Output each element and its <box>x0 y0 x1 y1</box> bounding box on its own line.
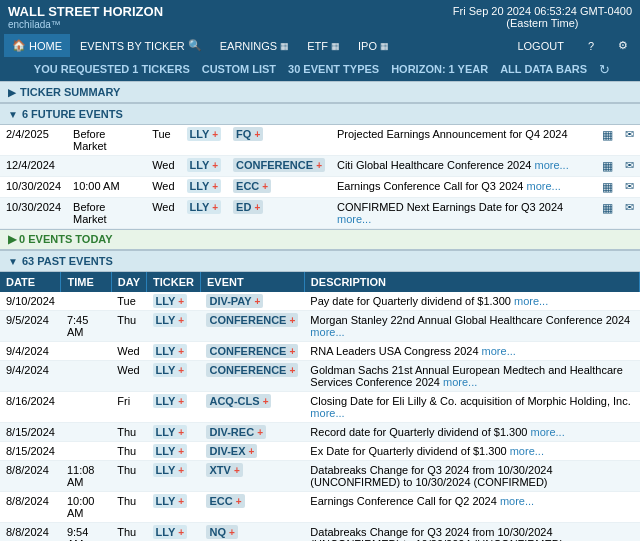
breadcrumb-custom-list[interactable]: CUSTOM LIST <box>198 61 280 77</box>
table-row: 2/4/2025 Before Market Tue LLY + FQ + Pr… <box>0 125 640 156</box>
today-events-arrow: ▶ <box>8 233 16 245</box>
future-date-2: 10/30/2024 <box>0 177 67 198</box>
search-icon: 🔍 <box>188 39 202 52</box>
table-row: 8/15/2024 Thu LLY + DIV-EX + Ex Date for… <box>0 442 640 461</box>
more-link[interactable]: more... <box>500 495 534 507</box>
datetime: Fri Sep 20 2024 06:53:24 GMT-0400 (Easte… <box>453 5 632 29</box>
nav-earnings[interactable]: EARNINGS ▦ <box>212 35 297 57</box>
future-time-1 <box>67 156 146 177</box>
logo-area: WALL STREET HORIZON enchilada™ <box>8 4 163 30</box>
table-row: 9/10/2024 Tue LLY + DIV-PAY + Pay date f… <box>0 292 640 311</box>
more-link[interactable]: more... <box>514 295 548 307</box>
future-date-1: 12/4/2024 <box>0 156 67 177</box>
past-events-header[interactable]: ▼ 63 PAST EVENTS <box>0 250 640 272</box>
table-row: 9/4/2024 Wed LLY + CONFERENCE + RNA Lead… <box>0 342 640 361</box>
table-row: 8/8/2024 10:00 AM Thu LLY + ECC + Earnin… <box>0 492 640 523</box>
ipo-menu-icon: ▦ <box>380 41 389 51</box>
nav-ipo[interactable]: IPO ▦ <box>350 35 397 57</box>
future-event-1[interactable]: CONFERENCE + <box>227 156 331 177</box>
top-bar: WALL STREET HORIZON enchilada™ Fri Sep 2… <box>0 0 640 34</box>
table-row: 10/30/2024 10:00 AM Wed LLY + ECC + Earn… <box>0 177 640 198</box>
home-icon: 🏠 <box>12 39 26 52</box>
future-desc-2: Earnings Conference Call for Q3 2024 mor… <box>331 177 596 198</box>
logo-sub: enchilada™ <box>8 19 163 30</box>
ticker-summary-arrow: ▶ <box>8 87 16 98</box>
nav-etf[interactable]: ETF ▦ <box>299 35 348 57</box>
earnings-menu-icon: ▦ <box>280 41 289 51</box>
more-link[interactable]: more... <box>527 180 561 192</box>
table-row: 8/8/2024 9:54 AM Thu LLY + NQ + Databrea… <box>0 523 640 542</box>
logout-button[interactable]: LOGOUT <box>509 35 571 57</box>
future-grid-icon-3[interactable]: ▦ <box>596 198 619 229</box>
future-ticker-3[interactable]: LLY + <box>181 198 227 229</box>
help-button[interactable]: ? <box>580 35 602 57</box>
nav-events-by-ticker[interactable]: EVENTS BY TICKER 🔍 <box>72 34 210 57</box>
table-row: 8/16/2024 Fri LLY + ACQ-CLS + Closing Da… <box>0 392 640 423</box>
future-date-0: 2/4/2025 <box>0 125 67 156</box>
more-link[interactable]: more... <box>310 407 344 419</box>
past-events-table: DATE TIME DAY TICKER EVENT DESCRIPTION 9… <box>0 272 640 541</box>
more-link[interactable]: more... <box>510 445 544 457</box>
future-day-2: Wed <box>146 177 180 198</box>
today-events-header[interactable]: ▶ 0 EVENTS TODAY <box>0 229 640 250</box>
future-desc-1: Citi Global Healthcare Conference 2024 m… <box>331 156 596 177</box>
breadcrumb-tickers[interactable]: YOU REQUESTED 1 TICKERS <box>30 61 194 77</box>
table-row: 8/8/2024 11:08 AM Thu LLY + XTV + Databr… <box>0 461 640 492</box>
etf-menu-icon: ▦ <box>331 41 340 51</box>
future-grid-icon-2[interactable]: ▦ <box>596 177 619 198</box>
col-event: EVENT <box>200 272 304 292</box>
table-row: 12/4/2024 Wed LLY + CONFERENCE + Citi Gl… <box>0 156 640 177</box>
future-events-arrow: ▼ <box>8 109 18 120</box>
table-row: 10/30/2024 Before Market Wed LLY + ED + … <box>0 198 640 229</box>
ticker-summary-header[interactable]: ▶ TICKER SUMMARY <box>0 81 640 103</box>
breadcrumb-event-types[interactable]: 30 EVENT TYPES <box>284 61 383 77</box>
more-link[interactable]: more... <box>443 376 477 388</box>
more-link[interactable]: more... <box>482 345 516 357</box>
breadcrumb-horizon[interactable]: HORIZON: 1 YEAR <box>387 61 492 77</box>
table-row: 9/4/2024 Wed LLY + CONFERENCE + Goldman … <box>0 361 640 392</box>
nav-right: LOGOUT ? ⚙ <box>509 34 636 57</box>
future-day-1: Wed <box>146 156 180 177</box>
future-desc-3: CONFIRMED Next Earnings Date for Q3 2024… <box>331 198 596 229</box>
col-time: TIME <box>61 272 111 292</box>
nav-bar: 🏠 HOME EVENTS BY TICKER 🔍 EARNINGS ▦ ETF… <box>0 34 640 57</box>
nav-home[interactable]: 🏠 HOME <box>4 34 70 57</box>
future-grid-icon-1[interactable]: ▦ <box>596 156 619 177</box>
future-ticker-2[interactable]: LLY + <box>181 177 227 198</box>
future-event-0[interactable]: FQ + <box>227 125 331 156</box>
breadcrumb-bar: YOU REQUESTED 1 TICKERS CUSTOM LIST 30 E… <box>0 57 640 81</box>
more-link[interactable]: more... <box>337 213 371 225</box>
future-mail-icon-0[interactable]: ✉ <box>619 125 640 156</box>
table-row: 8/15/2024 Thu LLY + DIV-REC + Record dat… <box>0 423 640 442</box>
col-date: DATE <box>0 272 61 292</box>
future-grid-icon-0[interactable]: ▦ <box>596 125 619 156</box>
future-event-3[interactable]: ED + <box>227 198 331 229</box>
breadcrumb-data-bars[interactable]: ALL DATA BARS <box>496 61 591 77</box>
future-mail-icon-2[interactable]: ✉ <box>619 177 640 198</box>
more-link[interactable]: more... <box>531 426 565 438</box>
settings-button[interactable]: ⚙ <box>610 34 636 57</box>
future-event-2[interactable]: ECC + <box>227 177 331 198</box>
col-ticker: TICKER <box>147 272 201 292</box>
future-time-3: Before Market <box>67 198 146 229</box>
col-day: DAY <box>111 272 146 292</box>
future-desc-0: Projected Earnings Announcement for Q4 2… <box>331 125 596 156</box>
refresh-icon[interactable]: ↻ <box>599 62 610 77</box>
logo-text: WALL STREET HORIZON <box>8 4 163 19</box>
past-events-arrow: ▼ <box>8 256 18 267</box>
future-day-0: Tue <box>146 125 180 156</box>
future-events-header[interactable]: ▼ 6 FUTURE EVENTS <box>0 103 640 125</box>
more-link[interactable]: more... <box>535 159 569 171</box>
more-link[interactable]: more... <box>310 326 344 338</box>
col-description: DESCRIPTION <box>304 272 639 292</box>
future-mail-icon-3[interactable]: ✉ <box>619 198 640 229</box>
future-time-0: Before Market <box>67 125 146 156</box>
future-ticker-0[interactable]: LLY + <box>181 125 227 156</box>
future-ticker-1[interactable]: LLY + <box>181 156 227 177</box>
table-row: 9/5/2024 7:45 AM Thu LLY + CONFERENCE + … <box>0 311 640 342</box>
future-events-table: 2/4/2025 Before Market Tue LLY + FQ + Pr… <box>0 125 640 229</box>
future-time-2: 10:00 AM <box>67 177 146 198</box>
future-date-3: 10/30/2024 <box>0 198 67 229</box>
future-mail-icon-1[interactable]: ✉ <box>619 156 640 177</box>
future-day-3: Wed <box>146 198 180 229</box>
